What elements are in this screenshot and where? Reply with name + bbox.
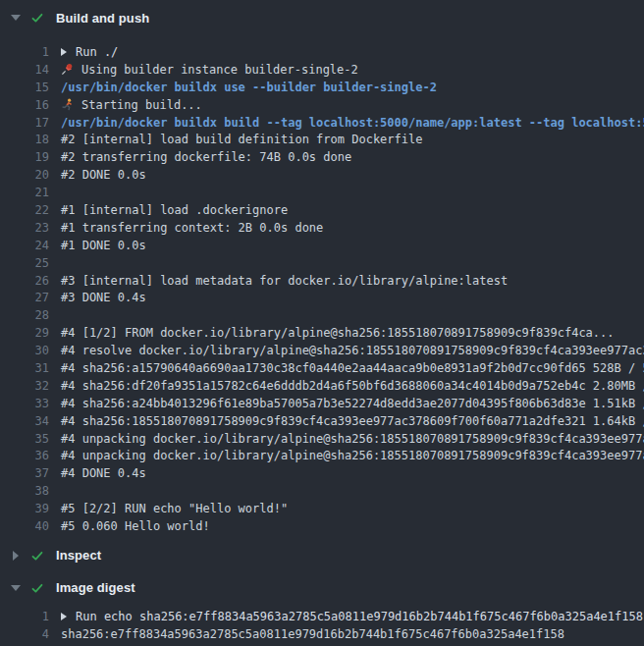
check-icon: [30, 549, 44, 563]
check-icon: [30, 581, 44, 595]
line-number[interactable]: 21: [0, 186, 49, 199]
line-content: #5 0.060 Hello world!: [61, 519, 210, 533]
pushpin-icon: [61, 63, 74, 76]
line-content: Starting build...: [61, 98, 202, 112]
line-text: /usr/bin/docker buildx use --builder bui…: [61, 81, 437, 94]
line-content: #2 [internal] load build definition from…: [61, 133, 422, 146]
section-header[interactable]: Build and push: [0, 8, 644, 27]
line-number[interactable]: 24: [0, 239, 49, 252]
line-content: #4 unpacking docker.io/library/alpine@sh…: [61, 432, 644, 446]
section-inspect: Inspect: [0, 546, 644, 565]
section-build-and-push: Build and push 1 Run ./ 14 Using builder…: [0, 8, 644, 535]
line-number[interactable]: 15: [0, 81, 49, 94]
line-number[interactable]: 14: [0, 63, 49, 77]
line-text: Using builder instance builder-single-2: [81, 63, 358, 77]
section-header[interactable]: Inspect: [0, 546, 644, 565]
line-number[interactable]: 17: [0, 116, 49, 130]
line-number[interactable]: 29: [0, 326, 49, 340]
log-line: 16 Starting build...: [0, 96, 644, 114]
line-text: #4 DONE 0.4s: [61, 466, 146, 480]
line-number[interactable]: 26: [0, 274, 49, 288]
line-content: #3 [internal] load metadata for docker.i…: [61, 274, 508, 288]
line-number[interactable]: 27: [0, 291, 49, 304]
line-number[interactable]: 30: [0, 344, 49, 357]
line-number[interactable]: 22: [0, 203, 49, 217]
chevron-down-icon[interactable]: [10, 585, 22, 591]
line-content: #4 sha256:df20fa9351a15782c64e6dddb2d4a6…: [61, 379, 644, 393]
line-text: #1 [internal] load .dockerignore: [61, 203, 288, 217]
line-number[interactable]: 1: [0, 45, 49, 59]
line-number[interactable]: 19: [0, 150, 49, 164]
line-number[interactable]: 40: [0, 519, 49, 533]
line-number[interactable]: 38: [0, 484, 49, 498]
log-line: 26 #3 [internal] load metadata for docke…: [0, 272, 644, 290]
line-text: #3 DONE 0.4s: [61, 291, 146, 304]
log-line: 18 #2 [internal] load build definition f…: [0, 131, 644, 148]
line-text: #4 sha256:185518070891758909c9f839cf4ca3…: [61, 414, 644, 428]
check-icon: [30, 11, 44, 25]
section-image-digest: Image digest 1 Run echo sha256:e7ff8834a…: [0, 578, 644, 643]
line-content: #4 sha256:185518070891758909c9f839cf4ca3…: [61, 414, 644, 428]
log-line: 39 #5 [2/2] RUN echo "Hello world!": [0, 500, 644, 517]
line-number[interactable]: 39: [0, 502, 49, 515]
line-number[interactable]: 28: [0, 308, 49, 322]
line-number[interactable]: 16: [0, 98, 49, 112]
log-line: 37 #4 DONE 0.4s: [0, 464, 644, 482]
line-number[interactable]: 31: [0, 361, 49, 375]
section-title: Image digest: [56, 580, 135, 595]
log-line: 27 #3 DONE 0.4s: [0, 289, 644, 306]
line-number[interactable]: 1: [0, 610, 49, 623]
section-log: 1 Run ./ 14 Using builder instance build…: [0, 43, 644, 535]
log-line: 38: [0, 482, 644, 500]
line-content: #3 DONE 0.4s: [61, 291, 146, 304]
log-line: 34 #4 sha256:185518070891758909c9f839cf4…: [0, 412, 644, 430]
line-content: #4 DONE 0.4s: [61, 466, 146, 480]
section-header[interactable]: Image digest: [0, 578, 644, 598]
line-text: sha256:e7ff8834a5963a2785c5a0811e979d16b…: [61, 627, 564, 641]
expand-step-icon[interactable]: [61, 613, 67, 620]
chevron-right-icon[interactable]: [10, 551, 22, 561]
log-line: 24 #1 DONE 0.0s: [0, 237, 644, 254]
line-number[interactable]: 35: [0, 432, 49, 446]
line-number[interactable]: 20: [0, 168, 49, 182]
line-content: #4 [1/2] FROM docker.io/library/alpine@s…: [61, 326, 615, 340]
log-line: 29 #4 [1/2] FROM docker.io/library/alpin…: [0, 324, 644, 342]
log-line: 19 #2 transferring dockerfile: 74B 0.0s …: [0, 148, 644, 166]
line-text: /usr/bin/docker buildx build --tag local…: [61, 116, 644, 130]
line-content: #1 transferring context: 2B 0.0s done: [61, 221, 323, 235]
line-number[interactable]: 18: [0, 133, 49, 146]
log-line: 14 Using builder instance builder-single…: [0, 61, 644, 79]
log-line: 1 Run ./: [0, 43, 644, 61]
line-number[interactable]: 33: [0, 397, 49, 410]
section-title: Build and push: [56, 11, 149, 26]
line-text: #4 sha256:a15790640a6690aa1730c38cf0a440…: [61, 361, 644, 375]
line-content: #4 sha256:a24bb4013296f61e89ba57005a7b3e…: [61, 397, 644, 410]
line-text: #2 DONE 0.0s: [61, 168, 146, 182]
log-line: 4 sha256:e7ff8834a5963a2785c5a0811e979d1…: [0, 625, 644, 643]
chevron-down-icon[interactable]: [10, 15, 22, 21]
log-line: 31 #4 sha256:a15790640a6690aa1730c38cf0a…: [0, 359, 644, 377]
log-line: 35 #4 unpacking docker.io/library/alpine…: [0, 430, 644, 448]
line-content: Run echo sha256:e7ff8834a5963a2785c5a081…: [61, 610, 643, 623]
line-number[interactable]: 37: [0, 466, 49, 480]
line-number[interactable]: 36: [0, 449, 49, 462]
expand-step-icon[interactable]: [61, 48, 67, 56]
line-number[interactable]: 25: [0, 256, 49, 270]
line-content: #2 DONE 0.0s: [61, 168, 146, 182]
line-content: #2 transferring dockerfile: 74B 0.0s don…: [61, 150, 351, 164]
line-number[interactable]: 32: [0, 379, 49, 393]
log-line: 17 /usr/bin/docker buildx build --tag lo…: [0, 114, 644, 132]
section-title: Inspect: [56, 548, 101, 563]
line-text: #4 unpacking docker.io/library/alpine@sh…: [61, 432, 644, 446]
line-number[interactable]: 4: [0, 627, 49, 641]
line-number[interactable]: 34: [0, 414, 49, 428]
line-text: #4 sha256:a24bb4013296f61e89ba57005a7b3e…: [61, 397, 644, 410]
section-log: 1 Run echo sha256:e7ff8834a5963a2785c5a0…: [0, 608, 644, 643]
line-content: Using builder instance builder-single-2: [61, 63, 358, 77]
runner-icon: [61, 98, 74, 111]
line-text: #4 sha256:df20fa9351a15782c64e6dddb2d4a6…: [61, 379, 644, 393]
log-line: 30 #4 resolve docker.io/library/alpine@s…: [0, 342, 644, 359]
line-number[interactable]: 23: [0, 221, 49, 235]
line-content: #1 DONE 0.0s: [61, 239, 146, 252]
line-text: #4 resolve docker.io/library/alpine@sha2…: [61, 344, 644, 357]
